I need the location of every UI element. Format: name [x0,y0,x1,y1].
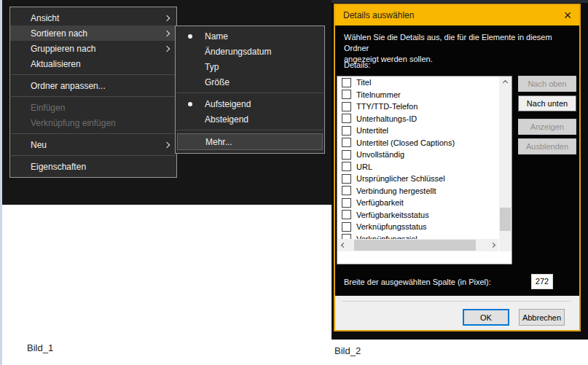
radio-bullet-icon [188,102,192,106]
screenshot-2-background: Details auswählen × Wählen Sie die Detai… [332,0,588,340]
ausblenden-button: Ausblenden [518,138,576,154]
checkbox[interactable] [342,102,351,111]
vertical-scroll-thumb[interactable] [500,208,511,231]
details-dialog: Details auswählen × Wählen Sie die Detai… [334,4,581,331]
list-item[interactable]: Titel [337,76,498,89]
menu-separator [11,74,176,75]
nach-oben-button: Nach oben [518,76,576,92]
submenu-item-groesse[interactable]: Größe [176,74,324,90]
checkbox[interactable] [342,90,351,99]
dialog-title: Details auswählen [335,10,556,20]
menu-separator [11,133,176,134]
cancel-button[interactable]: Abbrechen [519,309,565,326]
list-item[interactable]: Verfügbarkeit [337,197,498,209]
list-item[interactable]: Unvollständig [337,149,498,161]
menu-item-verknuepfung-einfuegen: Verknüpfung einfügen [10,115,176,130]
list-item[interactable]: URL [337,161,498,173]
list-item[interactable]: Ursprünglicher Schlüssel [337,173,498,185]
checkbox[interactable] [342,126,351,136]
close-icon[interactable]: × [556,5,579,25]
menu-item-sortieren-nach[interactable]: Sortieren nach [10,25,176,41]
chevron-right-icon [164,15,170,20]
menu-separator [176,93,324,93]
scroll-left-icon[interactable] [337,239,349,251]
chevron-right-icon [164,141,170,147]
menu-separator [11,96,176,97]
checkbox[interactable] [342,138,351,147]
vertical-scrollbar[interactable] [499,76,511,251]
checkbox[interactable] [342,198,351,208]
image-caption-2: Bild_2 [334,345,361,356]
checkbox[interactable] [342,186,351,195]
listbox-items: Titel Titelnummer TTY/TTD-Telefon Unterh… [337,76,498,251]
checkbox[interactable] [342,222,351,232]
list-item[interactable]: Titelnummer [337,89,498,101]
dialog-footer: OK Abbrechen [335,296,579,330]
submenu-item-absteigend[interactable]: Absteigend [176,111,324,127]
submenu-item-aufsteigend[interactable]: Aufsteigend [176,96,324,111]
checkbox[interactable] [342,210,351,219]
details-label: Details: [344,60,371,69]
list-item[interactable]: Verknüpfungsstatus [337,221,498,233]
footer-separator [342,301,571,302]
scrollbar-corner [499,239,511,251]
menu-item-gruppieren-nach[interactable]: Gruppieren nach [10,41,176,56]
background-window-edge [332,0,588,3]
submenu-item-aenderungsdatum[interactable]: Änderungsdatum [176,44,324,59]
column-width-label: Breite der ausgewählten Spalte (in Pixel… [344,278,491,286]
image-caption-1: Bild_1 [27,342,53,353]
anzeigen-button: Anzeigen [518,119,576,135]
list-item[interactable]: Untertitel [337,125,498,137]
menu-item-ansicht[interactable]: Ansicht [10,10,176,25]
menu-item-neu[interactable]: Neu [10,137,176,152]
submenu-item-name[interactable]: Name [176,28,324,44]
details-listbox: Titel Titelnummer TTY/TTD-Telefon Unterh… [337,76,512,264]
list-item[interactable]: Untertitel (Closed Captions) [337,137,498,149]
nach-unten-button[interactable]: Nach unten [518,95,576,111]
ok-button[interactable]: OK [463,309,509,326]
menu-item-aktualisieren[interactable]: Aktualisieren [10,56,176,71]
menu-item-einfuegen: Einfügen [10,100,176,115]
chevron-right-icon [164,45,170,51]
horizontal-scroll-thumb[interactable] [354,240,476,251]
checkbox[interactable] [342,174,351,184]
checkbox[interactable] [342,78,351,87]
submenu-item-mehr[interactable]: Mehr... [177,133,323,150]
horizontal-scrollbar[interactable] [337,239,498,251]
menu-item-ordner-anpassen[interactable]: Ordner anpassen... [10,78,176,93]
screenshot-1-background: Ansicht Sortieren nach Gruppieren nach A… [2,0,332,205]
column-width-input[interactable]: 272 [531,274,553,289]
context-menu: Ansicht Sortieren nach Gruppieren nach A… [9,7,177,178]
submenu-item-typ[interactable]: Typ [176,59,324,74]
radio-bullet-icon [188,34,192,39]
menu-separator [11,155,176,156]
list-item[interactable]: Verfügbarkeitsstatus [337,209,498,221]
menu-separator [176,130,324,130]
checkbox[interactable] [342,162,351,171]
dialog-intro-text: Wählen Sie die Details aus, die für die … [344,32,579,65]
checkbox[interactable] [342,114,351,123]
checkbox[interactable] [342,150,351,160]
menu-item-eigenschaften[interactable]: Eigenschaften [10,159,176,174]
scroll-up-icon[interactable] [499,76,511,88]
list-item[interactable]: TTY/TTD-Telefon [337,101,498,113]
sort-submenu: Name Änderungsdatum Typ Größe Aufsteigen… [175,25,325,154]
scroll-right-icon[interactable] [487,239,498,251]
list-item[interactable]: Unterhaltungs-ID [337,113,498,125]
dialog-titlebar: Details auswählen × [335,5,579,25]
chevron-right-icon [164,30,170,36]
list-item[interactable]: Verbindung hergestellt [337,185,498,197]
